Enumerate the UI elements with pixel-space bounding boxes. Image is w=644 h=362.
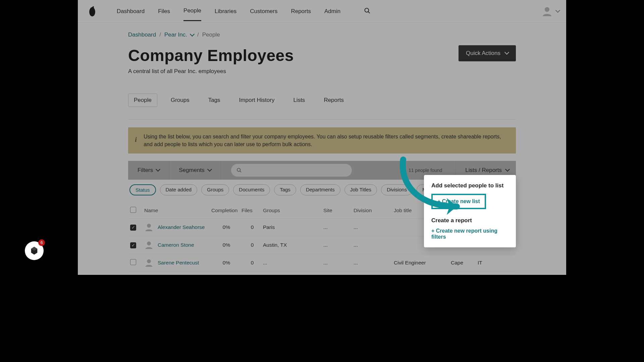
widget-icon xyxy=(30,246,39,255)
create-new-list-button[interactable]: + Create new list xyxy=(431,194,486,209)
dropdown-title-add-to-list: Add selected people to list xyxy=(431,182,508,189)
lists-reports-dropdown: Add selected people to list + Create new… xyxy=(424,175,516,247)
widget-badge: 6 xyxy=(38,239,45,246)
app-viewport: Dashboard Files People Libraries Custome… xyxy=(78,0,566,275)
help-widget[interactable]: 6 xyxy=(25,241,44,260)
create-new-report-link[interactable]: + Create new report using filters xyxy=(431,228,508,240)
dropdown-title-create-report: Create a report xyxy=(431,217,508,224)
